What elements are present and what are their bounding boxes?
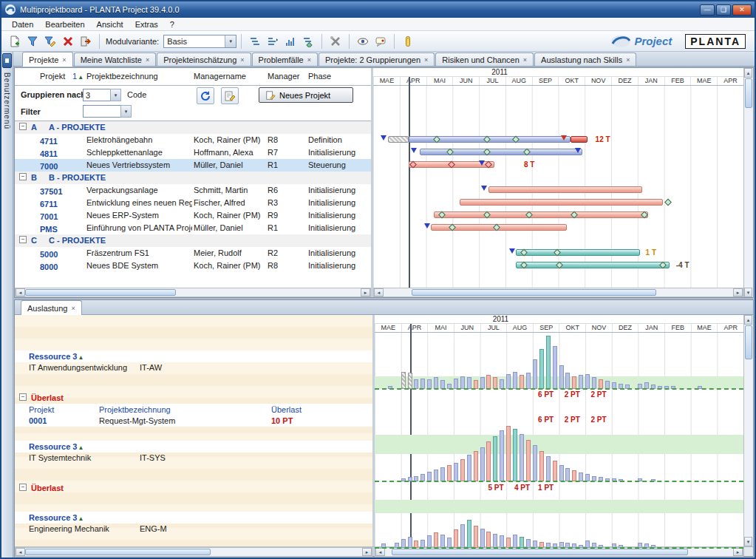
gantt-bar-4711[interactable] (388, 136, 409, 143)
sort-indicator[interactable]: 1▲ (72, 72, 84, 81)
scroll-left-icon[interactable]: ◂ (16, 548, 25, 556)
minimize-button[interactable]: — (700, 4, 715, 16)
gantt-bar-7001[interactable] (434, 211, 648, 218)
menu-item-Ansicht[interactable]: Ansicht (91, 19, 129, 30)
group-row-C[interactable]: −CC - PROJEKTE (15, 234, 371, 247)
chevron-down-icon[interactable]: ▾ (225, 35, 236, 47)
column-phase[interactable]: Phase (308, 72, 331, 81)
help-bubble-icon[interactable] (372, 33, 389, 50)
gantt-bar-4811[interactable] (420, 149, 582, 155)
scroll-right-icon[interactable]: ▸ (362, 548, 372, 556)
menu-item-?[interactable]: ? (164, 19, 180, 30)
project-row-7000[interactable]: 7000Neues VertriebssystemMüller, DanielR… (15, 159, 371, 172)
menu-item-Daten[interactable]: Daten (6, 19, 39, 30)
modulvariante-select[interactable]: Basis▾ (163, 35, 236, 48)
histogram-view-icon[interactable] (282, 33, 299, 50)
scroll-down-icon[interactable]: ▾ (744, 537, 752, 546)
tab-close-icon[interactable]: × (240, 56, 244, 64)
resource-sort-header[interactable]: Ressource 3▲ (15, 350, 372, 362)
exit-icon[interactable] (77, 33, 95, 50)
scrollbar-thumb[interactable] (392, 549, 687, 555)
scroll-down-icon[interactable]: ▾ (744, 288, 752, 297)
user-menu-strip[interactable]: Benutzermenü (1, 52, 13, 558)
collapse-icon[interactable]: − (19, 484, 27, 491)
tab-4[interactable]: Projekte: 2 Gruppierungen× (319, 52, 435, 66)
close-button[interactable]: ✕ (732, 4, 752, 16)
tab-1[interactable]: Meine Watchliste× (74, 52, 157, 66)
view-icon[interactable] (354, 33, 372, 50)
milestone-icon[interactable] (664, 199, 672, 206)
project-row-37501[interactable]: 37501VerpackungsanlageSchmitt, MartinR6I… (15, 184, 371, 197)
info-icon[interactable] (399, 33, 417, 50)
gruppieren-dropdown-icon[interactable]: ▾ (110, 89, 121, 101)
edit-filter-icon[interactable] (41, 33, 59, 50)
project-row-7001[interactable]: 7001Neues ERP-SystemKoch, Rainer (PM)R9I… (15, 209, 371, 222)
scroll-left-icon[interactable]: ◂ (375, 548, 385, 556)
collapse-icon[interactable]: − (19, 393, 27, 401)
tab-close-icon[interactable]: × (523, 56, 527, 64)
column-managername[interactable]: Managername (194, 72, 246, 81)
scrollbar-thumb[interactable] (745, 78, 752, 108)
maximize-button[interactable]: ❏ (716, 4, 731, 16)
tab-close-icon[interactable]: × (307, 56, 311, 64)
scroll-right-icon[interactable]: ▸ (361, 288, 370, 297)
new-icon[interactable] (6, 33, 24, 50)
portfolio-view-icon[interactable] (264, 33, 282, 50)
gruppieren-input[interactable]: 3 (83, 89, 111, 101)
resource-sort-header[interactable]: Ressource 3▲ (15, 441, 372, 453)
project-row-4811[interactable]: 4811SchleppkettenanlageHoffmann, AlexaR7… (15, 146, 371, 159)
filter-icon[interactable] (24, 33, 41, 50)
gantt-bar-6711[interactable] (460, 199, 662, 206)
collapse-icon[interactable]: − (19, 173, 27, 180)
top-vscrollbar[interactable]: ▴ ▾ (743, 68, 753, 297)
gantt-bar-4711[interactable] (571, 136, 588, 143)
resource-row[interactable]: Engineering Mechanik ENG-M (15, 523, 372, 535)
scrollbar-thumb[interactable] (412, 289, 656, 296)
tab-3[interactable]: Problemfälle× (252, 52, 318, 66)
project-row-8000[interactable]: 8000Neues BDE SystemKoch, Rainer (PM)R8I… (15, 260, 371, 272)
notes-button[interactable] (221, 87, 239, 104)
auslastung-table-hscrollbar[interactable]: ◂ ▸ (15, 547, 372, 557)
tab-close-icon[interactable]: × (424, 56, 428, 64)
menu-item-Extras[interactable]: Extras (129, 19, 164, 30)
overload-section-header[interactable]: − Überlast (15, 392, 372, 404)
scroll-up-icon[interactable]: ▴ (744, 315, 752, 325)
project-row-PMS[interactable]: PMSEinführung von PLANTA ProjectMüller, … (15, 222, 371, 234)
tab-close-icon[interactable]: × (146, 56, 149, 64)
tab-close-icon[interactable]: × (62, 56, 66, 64)
tab-2[interactable]: Projekteinschätzung× (157, 52, 251, 66)
gantt-view-icon[interactable] (246, 33, 264, 50)
resource-row[interactable]: IT Anwendungsentwicklung IT-AW (15, 362, 372, 373)
bottom-vscrollbar[interactable]: ▴ ▾ (743, 315, 753, 546)
menu-item-Bearbeiten[interactable]: Bearbeiten (39, 19, 90, 30)
scroll-left-icon[interactable]: ◂ (374, 288, 384, 297)
scroll-right-icon[interactable]: ▸ (733, 548, 743, 556)
user-menu-icon[interactable] (2, 53, 12, 68)
collapse-icon[interactable]: − (19, 123, 27, 130)
scroll-right-icon[interactable]: ▸ (733, 288, 743, 297)
schedule-view-icon[interactable] (299, 33, 317, 50)
column-projekt[interactable]: Projekt (40, 72, 65, 81)
tab-auslastung[interactable]: Auslastung× (21, 300, 82, 315)
tab-close-icon[interactable]: × (626, 56, 630, 64)
scroll-up-icon[interactable]: ▴ (744, 68, 752, 78)
filter-dropdown-icon[interactable]: ▾ (120, 105, 132, 118)
tools-icon[interactable] (327, 33, 344, 50)
gantt-hscrollbar[interactable]: ◂ ▸ (373, 288, 743, 297)
delete-icon[interactable] (59, 33, 77, 50)
overload-section-header[interactable]: − Überlast (15, 482, 372, 494)
overload-row[interactable]: 0001 Request-Mgt-System 10 PT (15, 415, 372, 427)
scrollbar-thumb[interactable] (25, 289, 176, 296)
scrollbar-thumb[interactable] (745, 325, 752, 359)
column-bezeichnung[interactable]: Projektbezeichnung (86, 72, 158, 81)
resource-row[interactable]: IT Systemtechnik IT-SYS (15, 452, 372, 464)
resource-sort-header[interactable]: Ressource 3▲ (15, 512, 372, 524)
gantt-bar-37501[interactable] (488, 186, 642, 193)
neues-projekt-button[interactable]: Neues Projekt (259, 87, 353, 103)
tab-close-icon[interactable]: × (71, 305, 75, 312)
group-row-B[interactable]: −BB - PROJEKTE (15, 172, 371, 184)
refresh-button[interactable] (197, 87, 214, 104)
scroll-left-icon[interactable]: ◂ (16, 288, 25, 297)
tab-5[interactable]: Risiken und Chancen× (435, 52, 534, 66)
gantt-bar-5000[interactable] (516, 249, 641, 256)
